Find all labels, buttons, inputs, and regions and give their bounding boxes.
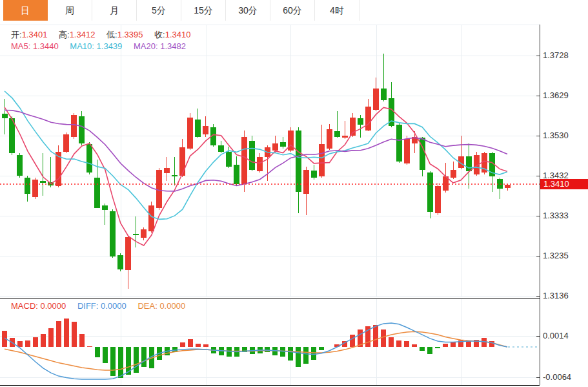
close-readout: 收:1.3410 [154,30,190,39]
trading-chart-page: { "tabs": [ {"id":"day","label":"日","act… [0,0,588,387]
ma10-readout: MA10: 1.3439 [70,41,122,51]
high-label: 高: [59,30,70,39]
diff-label: DIFF: [77,301,99,311]
ma-readout: MA5: 1.3440 MA10: 1.3439 MA20: 1.3482 [11,41,195,51]
ma20-value: 1.3482 [160,41,186,51]
tab-month[interactable]: 月 [92,0,137,21]
axis-tick-label: -0.0064 [543,372,571,382]
tab-60min[interactable]: 60分 [270,0,315,21]
ma20-readout: MA20: 1.3482 [134,41,186,51]
open-label: 开: [11,30,22,39]
grid-lines [0,25,540,385]
axis-tick-label: 1.3235 [543,251,569,260]
tab-30min[interactable]: 30分 [226,0,270,21]
low-readout: 低:1.3395 [106,30,143,39]
axis-tick-label: 1.3333 [543,211,569,220]
ma5-value: 1.3440 [33,41,59,51]
ohlc-readout: 开:1.3401 高:1.3412 低:1.3395 收:1.3410 [11,29,199,41]
diff-value: 0.0000 [101,301,127,311]
axis-tick-label: 1.3136 [543,291,569,300]
candlestick-series [2,54,511,289]
ma5-label: MA5: [11,41,30,51]
axis-tick-label: 1.3432 [543,171,569,180]
ma10-value: 1.3439 [97,41,123,51]
high-readout: 高:1.3412 [59,30,95,39]
y-axis: 1.37281.36291.35301.34321.33331.32351.31… [536,25,571,385]
current-price-text: 1.3410 [543,179,569,189]
ma10-label: MA10: [70,41,94,51]
high-value: 1.3412 [70,30,96,39]
interval-tabs: 日周月5分15分30分60分4时 [0,0,588,21]
open-value: 1.3401 [22,30,48,39]
diff-readout: DIFF: 0.0000 [77,301,127,311]
low-value: 1.3395 [117,30,143,39]
dea-label: DEA: [137,301,157,311]
tab-week[interactable]: 周 [48,0,92,21]
macd-label: MACD: [11,301,38,311]
macd-histogram [2,319,494,379]
tab-4hour[interactable]: 4时 [315,0,360,21]
axis-tick-label: 1.3728 [543,50,569,60]
close-value: 1.3410 [165,30,191,39]
axis-tick-label: 1.3629 [543,90,569,100]
axis-tick-label: 0.0014 [543,331,569,340]
chart-canvas[interactable]: 1.34101.37281.36291.35301.34321.33331.32… [0,0,588,387]
close-label: 收: [154,30,165,39]
ma20-label: MA20: [134,41,158,51]
tab-15min[interactable]: 15分 [181,0,226,21]
tab-5min[interactable]: 5分 [137,0,181,21]
ma5-readout: MA5: 1.3440 [11,41,59,51]
dea-value: 0.0000 [159,301,185,311]
low-label: 低: [106,30,117,39]
open-readout: 开:1.3401 [11,30,47,39]
macd-value-readout: MACD: 0.0000 [11,301,66,311]
macd-readout: MACD: 0.0000 DIFF: 0.0000 DEA: 0.0000 [11,301,194,311]
dea-readout: DEA: 0.0000 [137,301,185,311]
tab-day[interactable]: 日 [3,0,48,21]
ma-lines [5,91,507,246]
axis-tick-label: 1.3530 [543,131,569,140]
macd-value: 0.0000 [41,301,66,311]
